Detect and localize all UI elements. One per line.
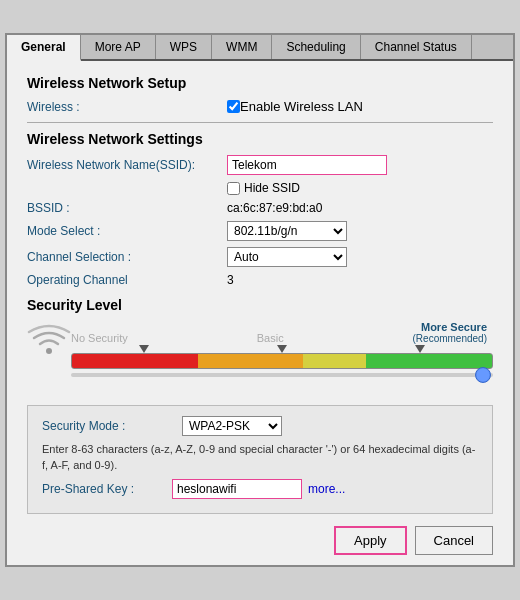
mode-select[interactable]: 802.11b/g/n 802.11b 802.11g 802.11n	[227, 221, 347, 241]
security-box: Security Mode : WPA2-PSK WPA-PSK WEP Non…	[27, 405, 493, 514]
label-recommended: (Recommended)	[413, 333, 487, 344]
psk-row: Pre-Shared Key : more...	[42, 479, 478, 499]
bssid-row: BSSID : ca:6c:87:e9:bd:a0	[27, 201, 493, 215]
ssid-input[interactable]	[227, 155, 387, 175]
op-channel-value: 3	[227, 273, 234, 287]
tab-general[interactable]: General	[7, 35, 81, 61]
wireless-settings-title: Wireless Network Settings	[27, 131, 493, 147]
bssid-value: ca:6c:87:e9:bd:a0	[227, 201, 322, 215]
psk-label: Pre-Shared Key :	[42, 482, 172, 496]
mode-label: Mode Select :	[27, 224, 227, 238]
label-more-secure: More Secure	[413, 321, 487, 333]
tab-wps[interactable]: WPS	[156, 35, 212, 59]
tab-scheduling[interactable]: Scheduling	[272, 35, 360, 59]
label-no-security: No Security	[71, 332, 128, 344]
enable-wireless-checkbox[interactable]	[227, 100, 240, 113]
wifi-icon	[27, 321, 71, 357]
tab-bar: General More AP WPS WMM Scheduling Chann…	[7, 35, 513, 61]
wireless-label: Wireless :	[27, 100, 227, 114]
security-bar-section: No Security Basic More Secure (Recommend…	[71, 321, 493, 393]
slider-track	[71, 373, 493, 377]
security-hint: Enter 8-63 characters (a-z, A-Z, 0-9 and…	[42, 442, 478, 473]
enable-wireless-label: Enable Wireless LAN	[240, 99, 363, 114]
security-bar	[71, 353, 493, 369]
tab-wmm[interactable]: WMM	[212, 35, 272, 59]
security-mode-label: Security Mode :	[42, 419, 182, 433]
buttons-row: Apply Cancel	[27, 526, 493, 555]
wireless-enable-row: Wireless : Enable Wireless LAN	[27, 99, 493, 114]
slider-thumb[interactable]	[475, 367, 491, 383]
security-section: Security Level No Security Basic More	[27, 297, 493, 555]
wireless-setup-title: Wireless Network Setup	[27, 75, 493, 91]
tab-more-ap[interactable]: More AP	[81, 35, 156, 59]
tick-1	[139, 345, 149, 353]
tick-2	[277, 345, 287, 353]
security-mode-row: Security Mode : WPA2-PSK WPA-PSK WEP Non…	[42, 416, 478, 436]
channel-label: Channel Selection :	[27, 250, 227, 264]
psk-input[interactable]	[172, 479, 302, 499]
tab-channel-status[interactable]: Channel Status	[361, 35, 472, 59]
security-mode-select[interactable]: WPA2-PSK WPA-PSK WEP None	[182, 416, 282, 436]
label-secure-group: More Secure (Recommended)	[413, 321, 487, 344]
op-channel-label: Operating Channel	[27, 273, 227, 287]
cancel-button[interactable]: Cancel	[415, 526, 493, 555]
content-area: Wireless Network Setup Wireless : Enable…	[7, 61, 513, 565]
slider-area	[71, 373, 493, 393]
label-basic: Basic	[257, 332, 284, 344]
ssid-label: Wireless Network Name(SSID):	[27, 158, 227, 172]
hide-ssid-label: Hide SSID	[244, 181, 300, 195]
hide-ssid-row: Hide SSID	[227, 181, 493, 195]
op-channel-row: Operating Channel 3	[27, 273, 493, 287]
ssid-row: Wireless Network Name(SSID):	[27, 155, 493, 175]
main-window: General More AP WPS WMM Scheduling Chann…	[5, 33, 515, 567]
tick-3	[415, 345, 425, 353]
channel-select[interactable]: Auto 1234 5678 91011	[227, 247, 347, 267]
mode-row: Mode Select : 802.11b/g/n 802.11b 802.11…	[27, 221, 493, 241]
bssid-label: BSSID :	[27, 201, 227, 215]
apply-button[interactable]: Apply	[334, 526, 407, 555]
channel-row: Channel Selection : Auto 1234 5678 91011	[27, 247, 493, 267]
more-link[interactable]: more...	[308, 482, 345, 496]
security-title: Security Level	[27, 297, 493, 313]
svg-point-0	[46, 348, 52, 354]
ticks-row	[71, 345, 493, 353]
hide-ssid-checkbox[interactable]	[227, 182, 240, 195]
